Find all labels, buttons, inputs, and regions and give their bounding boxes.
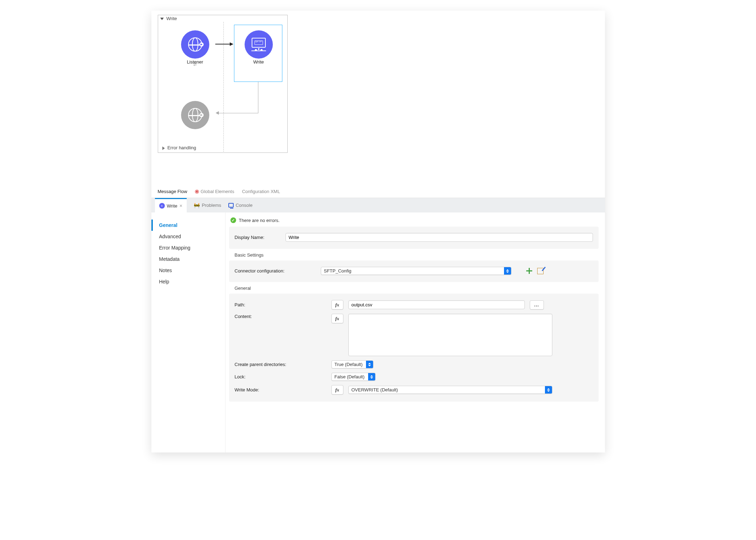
flow-container[interactable]: Write ⇄ Listener — [158, 15, 288, 153]
browse-path-button[interactable]: ... — [530, 300, 544, 310]
cpd-select[interactable]: True (Default) — [331, 360, 374, 368]
path-label: Path: — [235, 302, 326, 307]
ok-icon: ✓ — [230, 217, 236, 223]
response-icon — [181, 101, 209, 129]
caret-right-icon — [162, 146, 165, 150]
basic-settings-title: Basic Settings — [229, 252, 599, 260]
error-handling-section[interactable]: Error handling — [158, 143, 287, 152]
tab-global-elements-label: Global Elements — [200, 189, 234, 194]
tab-config-xml-label: Configuration XML — [242, 189, 280, 194]
response-node[interactable] — [174, 99, 216, 130]
status-text: There are no errors. — [239, 218, 280, 223]
cpd-value: True (Default) — [332, 361, 366, 368]
listener-node[interactable]: ⇄ Listener — [174, 28, 216, 65]
connector-config-label: Connector configuration: — [235, 268, 316, 274]
tab-message-flow[interactable]: Message Flow — [158, 189, 187, 194]
error-badge-icon: ✕ — [195, 190, 199, 194]
exchange-icon: ⇄ — [193, 62, 197, 67]
add-config-button[interactable] — [526, 268, 532, 274]
listener-icon — [181, 30, 209, 59]
view-tab-write-label: Write — [167, 203, 178, 209]
error-handling-label: Error handling — [167, 145, 196, 150]
write-mode-select[interactable]: OVERWRITE (Default) — [348, 386, 552, 394]
sftp-write-icon: SFTP — [245, 30, 273, 59]
display-name-label: Display Name: — [235, 235, 281, 240]
editor-sub-tabs: Message Flow ✕ Global Elements Configura… — [151, 187, 605, 198]
display-name-input[interactable] — [286, 233, 593, 242]
status-row: ✓ There are no errors. — [229, 217, 599, 227]
flow-title-text: Write — [166, 16, 177, 21]
view-tab-write[interactable]: ≡ Write × — [155, 198, 187, 213]
fx-button-path[interactable]: fx — [331, 300, 343, 310]
content-textarea[interactable] — [348, 314, 552, 356]
sftp-abbrev: SFTP — [251, 40, 267, 43]
arrow-listener-to-write — [215, 44, 233, 44]
content-label: Content: — [235, 314, 326, 319]
edit-config-button[interactable] — [537, 268, 544, 274]
problems-icon: 🚧 — [194, 203, 200, 208]
component-icon: ≡ — [159, 203, 165, 209]
tab-configuration-xml[interactable]: Configuration XML — [242, 189, 280, 194]
select-knob-icon — [366, 361, 373, 368]
cpd-label: Create parent directories: — [235, 362, 326, 367]
view-tab-problems-label: Problems — [202, 203, 221, 208]
sidenav-error-mapping[interactable]: Error Mapping — [151, 242, 225, 253]
write-label: Write — [238, 59, 280, 65]
connector-config-value: SFTP_Config — [321, 267, 504, 275]
view-tab-console-label: Console — [236, 203, 253, 208]
close-icon[interactable]: × — [180, 203, 182, 209]
flow-title[interactable]: Write — [158, 15, 287, 22]
sidenav-advanced[interactable]: Advanced — [151, 231, 225, 242]
fx-button-write-mode[interactable]: fx — [331, 385, 343, 395]
fx-button-content[interactable]: fx — [331, 314, 343, 323]
sidenav-help[interactable]: Help — [151, 276, 225, 287]
return-path-h — [219, 113, 258, 113]
write-mode-label: Write Mode: — [235, 387, 326, 392]
view-tab-problems[interactable]: 🚧 Problems — [194, 198, 221, 213]
lock-select[interactable]: False (Default) — [331, 373, 376, 381]
scope-divider — [223, 22, 224, 152]
caret-down-icon — [160, 18, 164, 20]
properties-side-nav: General Advanced Error Mapping Metadata … — [151, 212, 226, 452]
return-path-v — [258, 82, 258, 113]
write-mode-value: OVERWRITE (Default) — [349, 386, 545, 394]
general-section-title: General — [229, 286, 599, 294]
tab-global-elements[interactable]: ✕ Global Elements — [195, 189, 234, 194]
sidenav-general[interactable]: General — [151, 220, 225, 231]
view-tab-console[interactable]: Console — [228, 198, 253, 213]
path-input[interactable] — [348, 300, 525, 309]
connector-config-select[interactable]: SFTP_Config — [321, 267, 511, 275]
views-tabstrip: ≡ Write × 🚧 Problems Console — [151, 198, 605, 212]
select-knob-icon — [545, 386, 552, 394]
sidenav-notes[interactable]: Notes — [151, 265, 225, 276]
sidenav-metadata[interactable]: Metadata — [151, 253, 225, 265]
lock-label: Lock: — [235, 374, 326, 379]
write-node[interactable]: SFTP Write — [238, 28, 280, 65]
select-knob-icon — [504, 267, 511, 275]
select-knob-icon — [368, 373, 375, 380]
console-icon — [228, 203, 234, 208]
tab-message-flow-label: Message Flow — [158, 189, 187, 194]
lock-value: False (Default) — [332, 373, 368, 380]
